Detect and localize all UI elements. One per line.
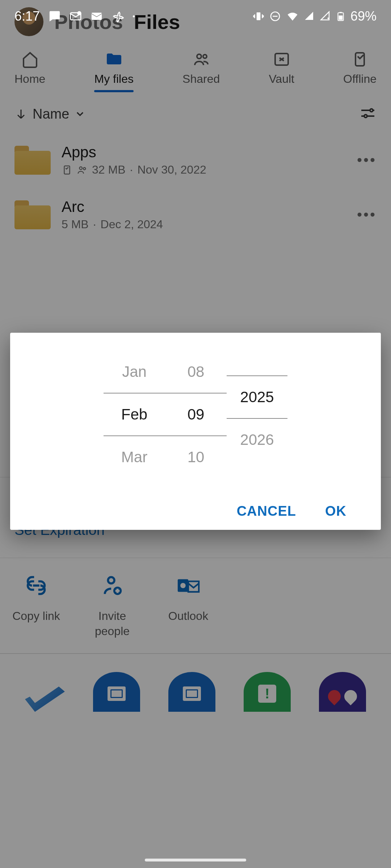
dnd-icon [269, 10, 281, 22]
dot-icon: • [133, 12, 135, 21]
vibrate-icon [253, 10, 264, 22]
svg-rect-20 [340, 12, 342, 13]
date-picker-dialog: Jan Feb Mar 08 09 10 2025 2026 CANCEL OK [10, 333, 381, 530]
day-picker[interactable]: 08 09 10 [165, 351, 227, 478]
svg-rect-15 [92, 13, 102, 20]
signal-icon [320, 11, 331, 22]
cancel-button[interactable]: CANCEL [237, 503, 296, 519]
ok-button[interactable]: OK [325, 503, 346, 519]
month-picker[interactable]: Jan Feb Mar [104, 351, 165, 478]
battery-icon [336, 10, 345, 22]
svg-rect-16 [257, 12, 261, 20]
year-picker[interactable]: 2025 2026 [227, 351, 287, 478]
mail-icon [70, 10, 82, 22]
fan-icon [112, 10, 124, 22]
gesture-bar[interactable] [145, 859, 246, 861]
chat-icon [49, 10, 61, 22]
battery-percent: 69% [350, 9, 377, 24]
svg-point-14 [78, 12, 81, 15]
wifi-icon [286, 10, 299, 23]
clock: 6:17 [14, 9, 40, 24]
svg-rect-19 [339, 16, 343, 20]
status-bar: 6:17 • 69% [0, 0, 391, 33]
mail-icon [91, 10, 103, 22]
signal-icon [304, 11, 315, 22]
